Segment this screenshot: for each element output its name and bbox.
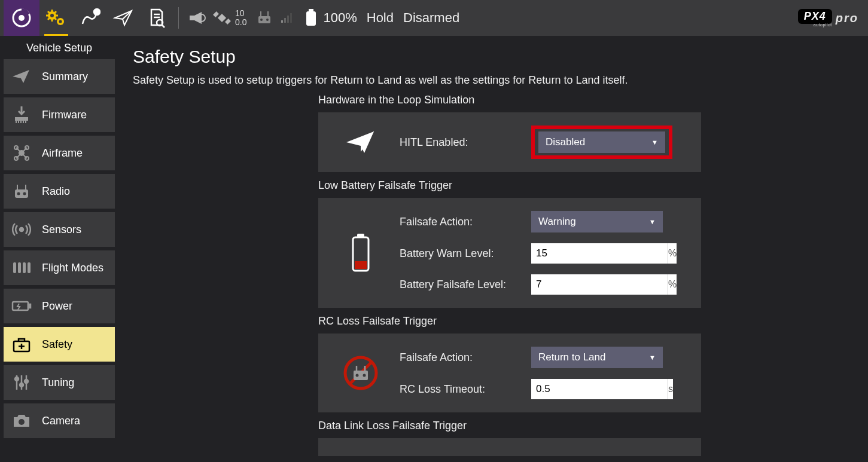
signal-bars-icon xyxy=(281,12,293,24)
signal-button[interactable] xyxy=(279,0,294,36)
rc-button[interactable] xyxy=(252,0,279,36)
rc-timeout-input[interactable] xyxy=(531,379,668,399)
rc-action-label: Failsafe Action: xyxy=(400,351,531,364)
gps-button[interactable] xyxy=(210,0,234,36)
battery-horizontal-icon xyxy=(10,294,33,318)
sidebar-item-label: Firmware xyxy=(42,109,87,121)
svg-rect-54 xyxy=(28,262,31,273)
sidebar-item-flight-modes[interactable]: Flight Modes xyxy=(4,250,115,285)
gears-icon xyxy=(44,7,68,29)
gps-stats: 10 0.0 xyxy=(235,9,246,27)
svg-rect-53 xyxy=(23,262,26,273)
sidebar-item-power[interactable]: Power xyxy=(4,289,115,323)
rc-timeout-label: RC Loss Timeout: xyxy=(400,383,531,396)
fly-tab-button[interactable] xyxy=(106,0,140,36)
battery-warn-label: Battery Warn Level: xyxy=(400,247,531,260)
rc-action-select[interactable]: Return to Land ▼ xyxy=(531,347,663,368)
hdop-value: 0.0 xyxy=(235,18,246,27)
svg-rect-17 xyxy=(218,14,226,22)
battery-action-value: Warning xyxy=(538,216,576,228)
svg-rect-68 xyxy=(357,234,364,237)
toolbar-separator xyxy=(178,7,179,29)
sidebar-item-label: Tuning xyxy=(42,377,74,389)
battery-indicator[interactable]: 100% xyxy=(304,8,361,27)
sidebar-item-airframe[interactable]: Airframe xyxy=(4,136,115,170)
sidebar-item-label: Safety xyxy=(42,338,72,351)
rc-disabled-icon xyxy=(334,355,388,391)
arm-state-value[interactable]: Disarmed xyxy=(403,10,459,26)
sidebar-title: Vehicle Setup xyxy=(0,36,118,59)
battery-failsafe-input[interactable] xyxy=(531,274,668,295)
download-chip-icon xyxy=(10,103,33,127)
data-link-section: Data Link Loss Failsafe Trigger xyxy=(318,420,701,456)
battery-action-select[interactable]: Warning ▼ xyxy=(531,211,663,232)
sliders-icon xyxy=(10,371,33,394)
brand-sub: autopilot xyxy=(814,23,832,27)
svg-point-44 xyxy=(19,151,24,155)
svg-rect-56 xyxy=(28,304,31,308)
top-toolbar: B 10 0.0 100% xyxy=(0,0,868,36)
plan-tab-button[interactable]: B xyxy=(73,0,106,36)
hitl-highlight: Disabled ▼ xyxy=(531,126,672,159)
analyze-tab-button[interactable] xyxy=(140,0,173,36)
battery-low-icon xyxy=(334,231,388,274)
sidebar-item-safety[interactable]: Safety xyxy=(4,327,115,362)
data-link-section-title: Data Link Loss Failsafe Trigger xyxy=(318,420,701,432)
chevron-down-icon: ▼ xyxy=(649,218,656,225)
svg-rect-25 xyxy=(281,20,283,23)
rc-loss-panel: Failsafe Action: Return to Land ▼ RC Los… xyxy=(318,334,701,412)
svg-rect-52 xyxy=(18,262,21,273)
hitl-label: HITL Enabled: xyxy=(400,136,531,149)
camera-icon xyxy=(10,409,33,433)
setup-tab-button[interactable] xyxy=(39,0,73,36)
rc-loss-section-title: RC Loss Failsafe Trigger xyxy=(318,315,701,328)
battery-warn-input[interactable] xyxy=(531,243,668,264)
sidebar-item-sensors[interactable]: Sensors xyxy=(4,212,115,247)
svg-point-8 xyxy=(50,14,54,17)
paper-plane-icon xyxy=(334,128,388,157)
battery-warn-unit: % xyxy=(668,243,677,264)
low-battery-panel: Failsafe Action: Warning ▼ Battery Warn … xyxy=(318,198,701,308)
low-battery-section: Low Battery Failsafe Trigger Failsafe Ac… xyxy=(318,179,701,308)
svg-point-50 xyxy=(20,228,23,231)
sidebar-item-tuning[interactable]: Tuning xyxy=(4,365,115,400)
sidebar-item-label: Airframe xyxy=(42,147,83,160)
svg-point-76 xyxy=(363,374,366,377)
low-battery-section-title: Low Battery Failsafe Trigger xyxy=(318,179,701,192)
svg-text:B: B xyxy=(95,10,98,14)
airframe-icon xyxy=(10,141,33,165)
switches-icon xyxy=(10,256,33,280)
sidebar-item-camera[interactable]: Camera xyxy=(4,403,115,438)
main-content: Safety Setup Safety Setup is used to set… xyxy=(118,36,868,462)
svg-point-23 xyxy=(260,19,263,21)
sat-count-value: 10 xyxy=(235,9,246,18)
app-logo-button[interactable] xyxy=(4,0,39,36)
vehicle-setup-sidebar: Vehicle Setup Summary Firmware Airframe … xyxy=(0,36,118,462)
hitl-section-title: Hardware in the Loop Simulation xyxy=(318,94,701,106)
rc-transmitter-icon xyxy=(256,9,275,27)
sidebar-item-label: Sensors xyxy=(42,224,81,236)
px4-brand-logo: PX4 autopilot pro xyxy=(798,9,858,27)
waypoint-icon: B xyxy=(79,7,100,29)
sidebar-item-label: Power xyxy=(42,300,72,313)
medkit-icon xyxy=(10,332,33,356)
messages-button[interactable] xyxy=(184,0,210,36)
paper-plane-icon xyxy=(112,7,134,29)
sidebar-item-summary[interactable]: Summary xyxy=(4,59,115,94)
flight-mode-value[interactable]: Hold xyxy=(367,10,394,26)
sidebar-item-radio[interactable]: Radio xyxy=(4,174,115,209)
battery-percent-value: 100% xyxy=(323,10,357,26)
chevron-down-icon: ▼ xyxy=(651,139,658,146)
sidebar-item-label: Summary xyxy=(42,71,88,83)
svg-point-24 xyxy=(266,19,269,21)
sidebar-item-firmware[interactable]: Firmware xyxy=(4,97,115,132)
document-search-icon xyxy=(147,7,167,29)
hitl-select[interactable]: Disabled ▼ xyxy=(538,131,665,153)
svg-rect-27 xyxy=(287,16,289,23)
rc-timeout-unit: s xyxy=(668,379,673,399)
battery-action-label: Failsafe Action: xyxy=(400,216,531,228)
brand-suffix: pro xyxy=(836,11,858,25)
hitl-select-value: Disabled xyxy=(546,136,585,148)
sensor-waves-icon xyxy=(10,218,33,241)
paper-plane-icon xyxy=(10,65,33,88)
